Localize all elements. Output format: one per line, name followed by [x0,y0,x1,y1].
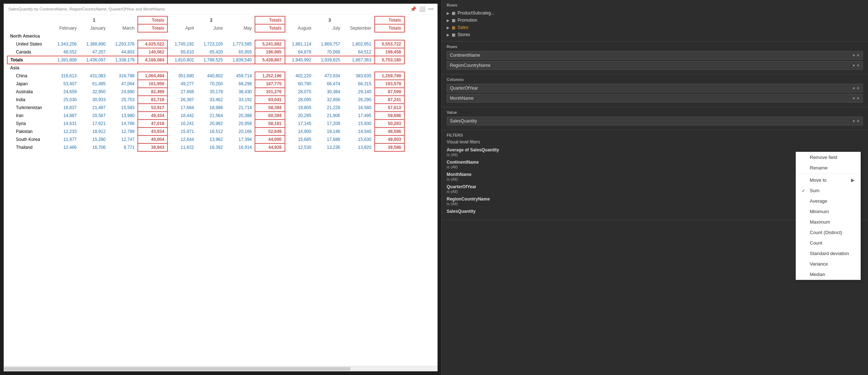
empty-month-header [7,24,51,32]
menu-item-label: Move to [810,177,826,183]
context-menu-item[interactable]: Count (Distinct) [796,227,860,238]
menu-item-label: Remove field [810,155,837,160]
table-icon: ▦ [452,25,455,30]
rows-field-pill[interactable]: ContinentName▾✕ [447,51,863,60]
horizontal-scrollbar[interactable] [4,366,437,371]
totals-q1-header: Totals [138,16,167,24]
table-row: Australia24,65932,95024,89082,49927,6683… [7,88,404,96]
totals-q3-header: Totals [375,16,404,24]
context-menu-item[interactable]: Count [796,238,860,248]
tree-title: Rows [447,3,863,7]
table-row: Canada48,55247,20744,803140,56265,61065,… [7,48,404,56]
empty-header [7,16,51,24]
columns-section: Columns QuarterOfYear▾✕MonthName▾✕ [442,74,868,107]
table-row: Turkmenistan16,83721,49715,58353,91717,6… [7,104,404,112]
menu-item-label: Count [810,240,822,246]
context-menu-item[interactable]: Average [796,196,860,206]
totals-q3-month: Totals [375,24,404,32]
value-section: Value SalesQuantity▾✕ [442,107,868,130]
field-remove-icon[interactable]: ✕ [856,86,860,91]
field-pill-label: SalesQuantity [450,118,477,124]
field-pill-label: ContinentName [450,53,480,58]
sidebar-tree-item[interactable]: ▶▦Sales [447,24,863,31]
table-row: Iran14,88720,56713,98049,43418,44221,564… [7,112,404,120]
tree-item-label: Promotion [458,18,477,23]
context-menu-item[interactable]: Move to▶ [796,175,860,185]
context-menu: Remove fieldRenameMove to▶✓SumAverageMin… [796,152,861,280]
region-row: Asia [7,64,404,72]
field-chevron-icon[interactable]: ▾ [853,53,855,58]
context-menu-item[interactable]: Rename [796,163,860,173]
chevron-right-icon: ▶ [447,18,450,22]
tree-section: Rows ▶▦ProductSubcateg...▶▦Promotion▶▦Sa… [442,0,868,42]
expand-icon[interactable]: ⬜ [419,6,425,12]
table-row: Japan53,40761,48547,064161,95649,27770,2… [7,80,404,88]
context-menu-item[interactable]: Variance [796,259,860,269]
cols-field-pill[interactable]: MonthName▾✕ [447,94,863,103]
field-remove-icon[interactable]: ✕ [856,53,860,58]
menu-item-label: Sum [810,188,820,193]
matrix-container[interactable]: 1 Totals 2 Totals 3 Totals February Janu… [4,14,437,366]
sidebar-tree-item[interactable]: ▶▦ProductSubcateg... [447,9,863,17]
menu-item-label: Count (Distinct) [810,230,842,235]
chevron-right-icon: ▶ [447,11,450,15]
table-row: India25,03030,93325,75381,71626,38733,46… [7,96,404,104]
matrix-title: SalesQuantity by ContinentName, RegionCo… [4,4,437,14]
checkmark-icon: ✓ [802,188,807,193]
month-mar: March [109,24,138,32]
month-jul: July [314,24,343,32]
tree-item-label: Sales [458,25,468,30]
pin-icon[interactable]: 📌 [410,6,416,12]
table-row: China316,613431,083316,7981,064,494351,6… [7,72,404,80]
sidebar-panel: Rows ▶▦ProductSubcateg...▶▦Promotion▶▦Sa… [441,0,868,375]
menu-item-label: Minimum [810,209,829,214]
quarter-2-header: 2 [167,16,255,24]
more-icon[interactable]: ••• [428,6,434,12]
table-row: South Korea11,97715,28012,74740,00412,64… [7,135,404,143]
sidebar-tree-item[interactable]: ▶▦Stores [447,31,863,38]
context-menu-item[interactable]: Standard deviation [796,248,860,259]
field-pill-label: RegionCountryName [450,63,490,68]
context-menu-item[interactable]: ✓Sum [796,185,860,196]
menu-item-label: Maximum [810,219,830,225]
menu-item-label: Average [810,198,827,204]
field-chevron-icon[interactable]: ▾ [853,96,855,101]
month-aug: August [285,24,314,32]
quarter-3-header: 3 [285,16,375,24]
matrix-visual: SalesQuantity by ContinentName, RegionCo… [4,4,438,371]
sidebar-tree-item[interactable]: ▶▦Promotion [447,17,863,24]
chevron-right-icon: ▶ [447,33,450,37]
table-icon: ▦ [452,33,455,37]
rows-label: Rows [447,44,863,49]
submenu-arrow-icon: ▶ [851,177,855,183]
month-jan: January [80,24,109,32]
rows-field-pill[interactable]: RegionCountryName▾✕ [447,61,863,70]
value-field-pill[interactable]: SalesQuantity▾✕ [447,117,863,125]
month-header-row: February January March Totals April June… [7,24,404,32]
table-row: Thailand12,46616,7069,77138,94311,62216,… [7,143,404,151]
table-row: United States1,343,2561,388,8901,293,376… [7,40,404,48]
field-remove-icon[interactable]: ✕ [856,119,860,124]
matrix-table: 1 Totals 2 Totals 3 Totals February Janu… [7,16,405,152]
field-chevron-icon[interactable]: ▾ [853,119,855,124]
tree-item-label: ProductSubcateg... [458,10,494,16]
val-label: Value [447,110,863,115]
menu-item-label: Rename [810,165,827,171]
menu-item-label: Median [810,272,825,277]
context-menu-item[interactable]: Maximum [796,217,860,227]
matrix-toolbar: 📌 ⬜ ••• [410,6,434,12]
table-row: Pakistan12,23318,91212,78943,93415,97116… [7,128,404,135]
month-jun: June [197,24,226,32]
context-menu-item[interactable]: Remove field [796,152,860,163]
table-icon: ▦ [452,11,455,16]
menu-item-label: Standard deviation [810,251,849,256]
totals-row: Totals1,391,8081,436,0971,338,1794,166,0… [7,56,404,64]
field-chevron-icon[interactable]: ▾ [853,63,855,68]
field-remove-icon[interactable]: ✕ [856,96,860,101]
cols-field-pill[interactable]: QuarterOfYear▾✕ [447,84,863,92]
field-remove-icon[interactable]: ✕ [856,63,860,68]
tree-item-label: Stores [458,32,470,37]
context-menu-item[interactable]: Median [796,269,860,280]
context-menu-item[interactable]: Minimum [796,206,860,217]
field-chevron-icon[interactable]: ▾ [853,86,855,91]
